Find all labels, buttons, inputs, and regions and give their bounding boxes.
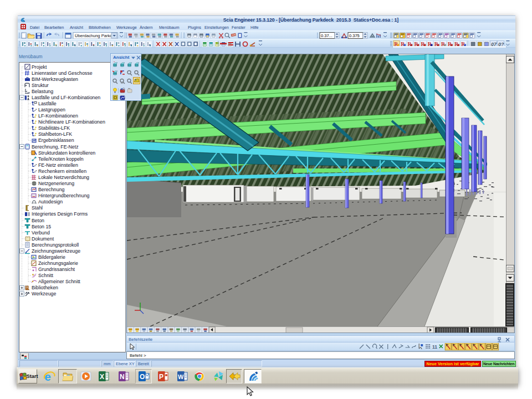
svg-text:O: O [140,373,145,381]
svg-text:11: 11 [432,344,437,350]
svg-text:Ergebnisklassen: Ergebnisklassen [38,137,74,143]
svg-text:Belastung: Belastung [32,89,53,94]
svg-text:Autodesign: Autodesign [38,199,63,204]
svg-text:Zeichnungswerkzeuge: Zeichnungswerkzeuge [32,248,80,254]
svg-text:Integriertes Design Forms: Integriertes Design Forms [32,211,88,217]
svg-text:Rechenkern einstellen: Rechenkern einstellen [38,168,86,174]
svg-text:Lokale Netzverdichtung: Lokale Netzverdichtung [38,175,89,180]
svg-text:Hintergrundberechnung: Hintergrundberechnung [38,193,90,198]
svg-text:Strukturdaten kontrollieren: Strukturdaten kontrollieren [38,150,95,156]
svg-text:Lastfälle: Lastfälle [38,101,57,106]
svg-text:Berechnung: Berechnung [38,187,65,192]
svg-text:BIM-Werkzeugkasten: BIM-Werkzeugkasten [32,76,78,82]
svg-text:Berechnungsprotokoll: Berechnungsprotokoll [32,242,79,248]
svg-text:Stabilitäts-LFK: Stabilitäts-LFK [38,125,70,131]
svg-text:Lastgruppen: Lastgruppen [38,107,65,112]
svg-text:Bibliotheken: Bibliotheken [32,285,58,290]
svg-text:Bildergalerie: Bildergalerie [38,254,65,260]
svg-text:Beton: Beton [32,218,44,223]
svg-text:0.375: 0.375 [349,33,360,38]
svg-text:0.37...: 0.37... [321,33,332,38]
svg-text:W: W [178,374,184,380]
svg-text:Verbund: Verbund [32,230,50,236]
svg-text:P: P [159,373,163,381]
svg-text:Stahlbeton-LFK: Stahlbeton-LFK [38,131,72,137]
svg-text:FE-Netz einstellen: FE-Netz einstellen [38,162,78,168]
svg-text:Allgemeiner Schnitt: Allgemeiner Schnitt [38,279,80,284]
svg-text:Netzgenerierung: Netzgenerierung [38,181,74,186]
svg-text:Werkzeuge: Werkzeuge [32,291,56,296]
svg-text:LF-Kombinationen: LF-Kombinationen [38,113,78,119]
svg-text:Zeichnungsgalerie: Zeichnungsgalerie [38,260,78,266]
svg-text:Schnitt: Schnitt [38,273,53,278]
svg-text:Projekt: Projekt [32,64,47,70]
svg-text:Teile/Knoten koppeln: Teile/Knoten koppeln [38,156,84,162]
svg-text:Struktur: Struktur [32,83,49,88]
svg-text:Beton 15: Beton 15 [32,224,51,229]
svg-text:X: X [100,373,104,381]
svg-text:Dokument: Dokument [32,236,54,242]
svg-text:Nichtlineare LF-Kombinationen: Nichtlineare LF-Kombinationen [38,119,105,125]
svg-text:Überdachung Parkde: Überdachung Parkde [75,33,115,38]
svg-text:Grundrissansicht: Grundrissansicht [38,267,75,272]
svg-text:N: N [120,373,125,381]
svg-text:Linienraster und Geschosse: Linienraster und Geschosse [32,70,93,76]
svg-text:Lastfälle und LF-Kombinationen: Lastfälle und LF-Kombinationen [32,95,100,100]
svg-text:Berechnung, FE-Netz: Berechnung, FE-Netz [32,144,79,150]
svg-text:Stahl: Stahl [32,205,43,211]
